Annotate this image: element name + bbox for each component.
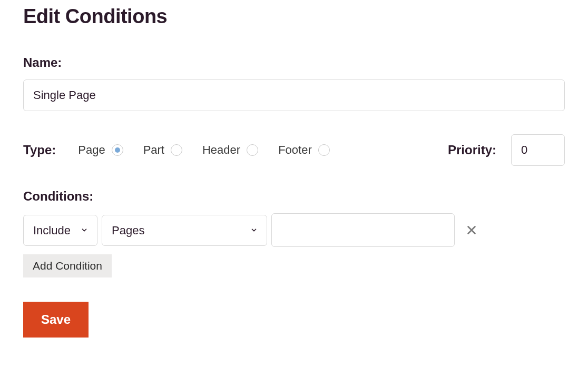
- type-radio-header[interactable]: Header: [202, 143, 258, 157]
- condition-value-input[interactable]: [271, 213, 455, 247]
- condition-target-select-wrapper: Pages: [102, 215, 267, 246]
- conditions-label: Conditions:: [23, 189, 565, 204]
- condition-row: Include Pages: [23, 213, 565, 247]
- name-input[interactable]: [23, 80, 565, 111]
- type-radio-page[interactable]: Page: [78, 143, 123, 157]
- priority-input[interactable]: [511, 134, 565, 166]
- type-radio-part[interactable]: Part: [143, 143, 182, 157]
- type-radio-header-label: Header: [202, 143, 240, 157]
- type-priority-row: Type: Page Part Header Footer Priority:: [23, 134, 565, 166]
- condition-mode-select-wrapper: Include: [23, 215, 97, 246]
- priority-label: Priority:: [448, 143, 496, 157]
- radio-icon: [171, 144, 182, 156]
- radio-icon: [112, 144, 123, 156]
- type-radio-part-label: Part: [143, 143, 164, 157]
- type-group: Type: Page Part Header Footer: [23, 143, 330, 157]
- save-button[interactable]: Save: [23, 302, 89, 338]
- type-radio-footer[interactable]: Footer: [278, 143, 330, 157]
- condition-target-select[interactable]: Pages: [102, 215, 267, 246]
- type-radio-footer-label: Footer: [278, 143, 312, 157]
- type-label: Type:: [23, 143, 56, 157]
- condition-mode-select[interactable]: Include: [23, 215, 97, 246]
- radio-icon: [318, 144, 330, 156]
- page-title: Edit Conditions: [23, 5, 565, 28]
- priority-group: Priority:: [448, 134, 565, 166]
- radio-icon: [247, 144, 258, 156]
- remove-condition-button[interactable]: [463, 222, 480, 239]
- name-label: Name:: [23, 55, 565, 70]
- type-radio-page-label: Page: [78, 143, 105, 157]
- add-condition-button[interactable]: Add Condition: [23, 254, 112, 277]
- close-icon: [466, 224, 477, 236]
